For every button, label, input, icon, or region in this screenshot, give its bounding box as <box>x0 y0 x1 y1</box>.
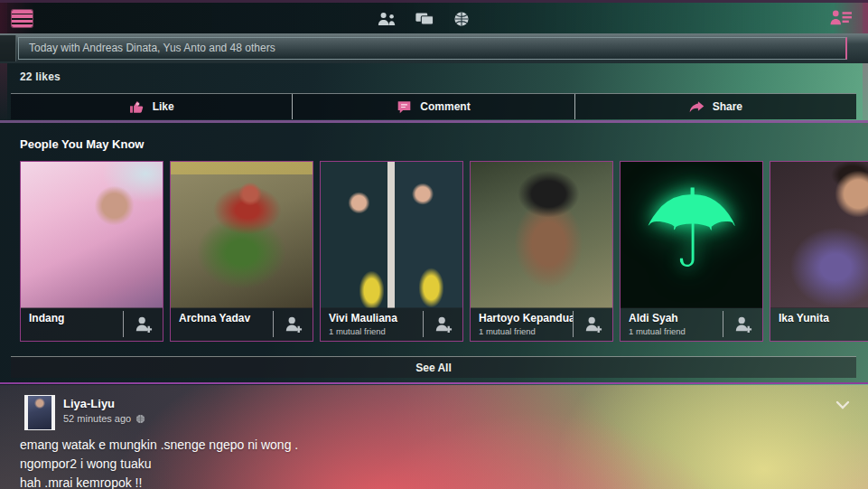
card-footer: Aldi Syah 1 mutual friend <box>621 307 762 341</box>
card-footer: Archna Yadav <box>171 307 313 341</box>
profile-photo <box>770 162 868 308</box>
share-arrow-icon <box>689 100 705 114</box>
card-footer: Hartoyo Kepanduan 1 mutual friend <box>471 307 612 341</box>
avatar[interactable] <box>24 395 55 430</box>
pymk-card-aldi-syah[interactable]: ☂ Aldi Syah 1 mutual friend <box>620 161 763 342</box>
status-input[interactable]: Today with Andreas Dinata, Yus Anto and … <box>18 37 847 60</box>
post-body-line: emang watak e mungkin .snenge ngepo ni w… <box>20 436 652 455</box>
comment-label: Comment <box>420 100 470 113</box>
add-friend-button[interactable] <box>123 311 163 337</box>
profile-photo <box>321 162 462 308</box>
post-body: emang watak e mungkin .snenge ngepo ni w… <box>20 436 652 489</box>
person-name: Indang <box>29 312 123 324</box>
profile-photo <box>471 162 612 308</box>
post-timestamp: 52 minutes ago <box>63 413 145 424</box>
add-friend-icon <box>733 315 753 334</box>
profile-photo <box>21 162 163 308</box>
add-friend-icon <box>134 315 154 334</box>
add-friend-icon <box>583 315 603 334</box>
comment-button[interactable]: Comment <box>292 94 574 119</box>
like-button[interactable]: Like <box>11 94 292 119</box>
pymk-card-archna-yadav[interactable]: Archna Yadav <box>170 161 313 342</box>
section-divider <box>0 382 868 384</box>
see-all-button[interactable]: See All <box>11 356 856 378</box>
person-name: Archna Yadav <box>179 312 273 324</box>
pymk-card-indang[interactable]: Indang <box>20 161 163 342</box>
pymk-title: People You May Know <box>20 137 144 151</box>
top-app-bar <box>0 0 868 33</box>
profile-photo: ☂ <box>621 162 762 308</box>
post-body-line: ngompor2 i wong tuaku <box>20 455 652 474</box>
share-button[interactable]: Share <box>574 94 856 119</box>
status-composer-row: Today with Andreas Dinata, Yus Anto and … <box>0 33 868 63</box>
pymk-card-hartoyo-kepanduan[interactable]: Hartoyo Kepanduan 1 mutual friend <box>470 161 613 342</box>
umbrella-art: ☂ <box>643 175 741 284</box>
card-footer: Indang <box>21 307 163 341</box>
person-name: Vivi Mauliana <box>329 312 423 324</box>
messages-icon[interactable] <box>415 11 434 27</box>
add-friend-button[interactable] <box>573 311 612 337</box>
pymk-card-ika-yunita[interactable]: Ika Yunita <box>770 161 868 342</box>
composer-edge-block <box>0 35 16 61</box>
like-label: Like <box>153 100 174 113</box>
person-name: Ika Yunita <box>779 312 868 324</box>
chevron-down-icon[interactable] <box>835 400 850 410</box>
privacy-globe-icon <box>135 414 145 424</box>
menu-icon[interactable] <box>12 10 33 27</box>
post-author[interactable]: Liya-Liyu <box>63 397 115 410</box>
add-friend-button[interactable] <box>423 311 462 337</box>
person-name: Hartoyo Kepanduan <box>479 312 573 324</box>
add-friend-button[interactable] <box>723 311 762 337</box>
world-icon[interactable] <box>452 11 471 27</box>
friend-requests-icon[interactable] <box>829 9 854 28</box>
share-label: Share <box>713 100 742 113</box>
card-footer: Vivi Mauliana 1 mutual friend <box>321 307 462 341</box>
profile-photo <box>171 162 313 308</box>
comment-bubble-icon <box>397 100 412 114</box>
pymk-card-vivi-mauliana[interactable]: Vivi Mauliana 1 mutual friend <box>320 161 463 342</box>
card-footer: Ika Yunita <box>770 307 868 341</box>
mutual-friends: 1 mutual friend <box>329 326 423 336</box>
pymk-card-list: Indang Archna Yadav <box>20 161 868 342</box>
add-friend-icon <box>284 315 303 334</box>
timestamp-text: 52 minutes ago <box>63 413 131 424</box>
mutual-friends: 1 mutual friend <box>629 326 723 336</box>
likes-count[interactable]: 22 likes <box>20 71 61 83</box>
mutual-friends: 1 mutual friend <box>479 326 573 336</box>
post-header: Liya-Liyu 52 minutes ago <box>0 389 868 432</box>
person-name: Aldi Syah <box>629 312 723 324</box>
topbar-icon-group <box>378 11 471 27</box>
add-friend-icon <box>434 315 453 334</box>
friends-icon[interactable] <box>378 11 397 27</box>
like-thumb-icon <box>129 100 145 114</box>
add-friend-button[interactable] <box>273 311 313 337</box>
post-action-bar: Like Comment Share <box>11 93 856 119</box>
post-body-line: hah .mrai kemropok !! <box>20 474 652 489</box>
